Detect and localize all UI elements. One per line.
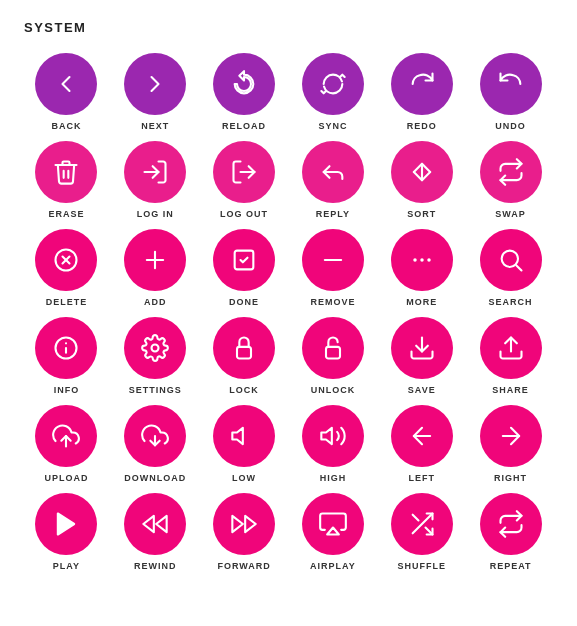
icon-done[interactable]: DONE	[202, 229, 287, 307]
icon-login[interactable]: LOG IN	[113, 141, 198, 219]
svg-point-11	[420, 258, 424, 262]
icon-back[interactable]: BACK	[24, 53, 109, 131]
icon-forward[interactable]: FORWARD	[202, 493, 287, 571]
svg-marker-30	[144, 516, 155, 532]
icon-save[interactable]: SAVE	[379, 317, 464, 395]
icon-undo[interactable]: UNDO	[468, 53, 553, 131]
svg-marker-33	[232, 516, 243, 532]
icon-repeat[interactable]: REPEAT	[468, 493, 553, 571]
svg-marker-29	[58, 514, 74, 535]
icon-left[interactable]: LEFT	[379, 405, 464, 483]
icon-upload[interactable]: UPLOAD	[24, 405, 109, 483]
icon-lock[interactable]: LOCK	[202, 317, 287, 395]
svg-rect-19	[237, 347, 251, 359]
icon-delete[interactable]: DELETE	[24, 229, 109, 307]
icon-download[interactable]: DOWNLOAD	[113, 405, 198, 483]
svg-line-14	[516, 265, 521, 270]
icon-airplay[interactable]: AIRPLAY	[291, 493, 376, 571]
icon-play[interactable]: PLAY	[24, 493, 109, 571]
svg-marker-32	[245, 516, 256, 532]
svg-point-12	[427, 258, 431, 262]
icon-logout[interactable]: LOG OUT	[202, 141, 287, 219]
svg-rect-20	[326, 347, 340, 359]
icon-rewind[interactable]: REWIND	[113, 493, 198, 571]
icon-remove[interactable]: REMOVE	[291, 229, 376, 307]
svg-marker-34	[327, 528, 339, 535]
icon-unlock[interactable]: UNLOCK	[291, 317, 376, 395]
icon-sort[interactable]: SORT	[379, 141, 464, 219]
icon-shuffle[interactable]: SHUFFLE	[379, 493, 464, 571]
icon-share[interactable]: SHARE	[468, 317, 553, 395]
icon-next[interactable]: NEXT	[113, 53, 198, 131]
icon-more[interactable]: MORE	[379, 229, 464, 307]
icon-add[interactable]: ADD	[113, 229, 198, 307]
icon-info[interactable]: INFO	[24, 317, 109, 395]
icon-settings[interactable]: SETTINGS	[113, 317, 198, 395]
icon-erase[interactable]: ERASE	[24, 141, 109, 219]
icon-redo[interactable]: REDO	[379, 53, 464, 131]
svg-line-37	[412, 515, 418, 521]
svg-marker-26	[321, 428, 332, 444]
icon-right[interactable]: RIGHT	[468, 405, 553, 483]
icon-grid: BACK NEXT RELOAD SYNC REDO	[24, 53, 553, 571]
icon-high[interactable]: HIGH	[291, 405, 376, 483]
svg-point-10	[413, 258, 417, 262]
icon-search[interactable]: SEARCH	[468, 229, 553, 307]
svg-marker-31	[156, 516, 167, 532]
icon-sync[interactable]: SYNC	[291, 53, 376, 131]
svg-marker-25	[232, 428, 243, 444]
svg-point-18	[152, 345, 159, 352]
icon-swap[interactable]: SWAP	[468, 141, 553, 219]
icon-low[interactable]: LOW	[202, 405, 287, 483]
icon-reload[interactable]: RELOAD	[202, 53, 287, 131]
svg-point-13	[501, 251, 517, 267]
page-title: SYSTEM	[24, 20, 553, 35]
icon-reply[interactable]: REPLY	[291, 141, 376, 219]
